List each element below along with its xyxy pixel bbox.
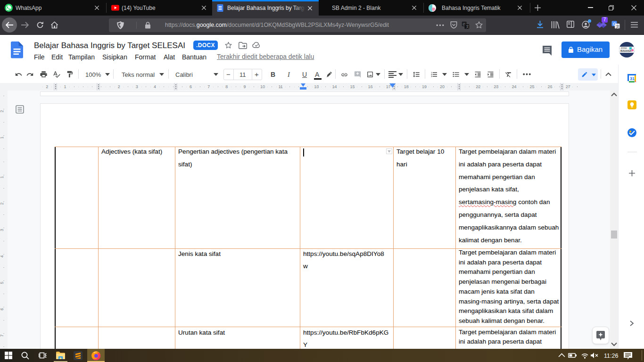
- svg-text:31: 31: [630, 76, 635, 81]
- svg-text:文: 文: [466, 25, 469, 29]
- svg-text:文: 文: [616, 25, 619, 29]
